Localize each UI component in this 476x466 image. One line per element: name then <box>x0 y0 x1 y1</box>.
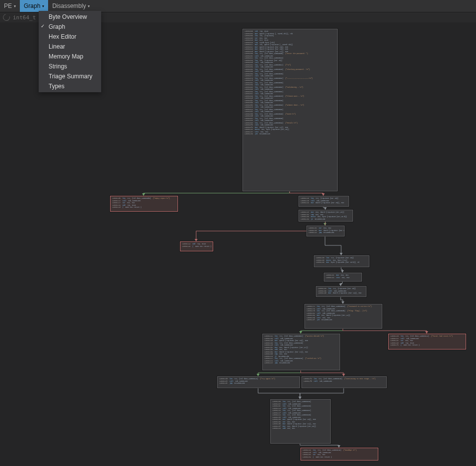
basic-block-code: 1400011f4 lea rcx, [rel data_140003134] … <box>302 377 386 383</box>
basic-block-code: 1400011e0 lea rcx, [rel data_140003114] … <box>389 334 466 348</box>
basic-block-n12[interactable]: 1400011d0 lea rcx, [rel data_140003124] … <box>217 376 300 388</box>
basic-block-n8[interactable]: 140001163 lea rcx, [rsp+0x20 {var_28}] 1… <box>316 286 366 297</box>
basic-block-n1[interactable]: 14000110b lea rcx, [rel data_1400030b0] … <box>110 196 178 212</box>
basic-block-code: 14000112e mov eax, dword [rsp+0x28 {var_… <box>299 210 353 221</box>
basic-block-n9[interactable]: 140001171 lea rcx, [rel data_1400030c0] … <box>304 304 382 329</box>
basic-block-code: 140001150 lea rcx, [rsp+0x20 {var_28}] 1… <box>314 256 369 265</box>
basic-block-code: 140001171 lea rcx, [rel data_1400030c0] … <box>305 304 382 322</box>
basic-block-n5[interactable]: 140001144 add rsp, 0x48 140001148 { Does… <box>180 241 213 251</box>
basic-block-n4[interactable]: 14000113c xor eax, eax 14000113e mov dwo… <box>306 226 345 236</box>
basic-block-code: 140001120 lea rcx, [rsp+0x20 {var_28}] 1… <box>299 196 349 205</box>
basic-block-n10[interactable]: 140001191 lea rcx, [rel data_1400030ec] … <box>262 334 340 370</box>
refresh-icon[interactable] <box>1 12 11 22</box>
view-menu-item-memory-map[interactable]: Memory Map <box>39 52 101 61</box>
basic-block-n15[interactable]: 140001246 lea rcx, [rel data_140003164] … <box>300 448 378 461</box>
view-menu-item-types[interactable]: Types <box>39 81 101 91</box>
basic-block-n13[interactable]: 1400011f4 lea rcx, [rel data_140003134] … <box>301 376 387 388</box>
basic-block-code: 140001144 add rsp, 0x48 140001148 { Does… <box>180 242 213 248</box>
tab-disassembly[interactable]: Disassembly ▾ <box>48 0 94 12</box>
basic-block-n11[interactable]: 1400011e0 lea rcx, [rel data_140003114] … <box>388 334 466 350</box>
basic-block-code: 1400011d0 lea rcx, [rel data_140003124] … <box>218 377 299 386</box>
view-menu-item-strings[interactable]: Strings <box>39 61 101 71</box>
tab-label: Graph <box>24 2 40 9</box>
basic-block-n14[interactable]: 140001200 lea rcx, [rel data_140003154] … <box>270 399 331 444</box>
basic-block-code: 14000110b lea rcx, [rel data_1400030b0] … <box>111 196 178 210</box>
function-signature[interactable]: int64_t <box>13 14 36 21</box>
basic-block-code: 140001246 lea rcx, [rel data_140003164] … <box>301 448 378 459</box>
view-dropdown: Byte OverviewGraphHex EditorLinearMemory… <box>39 11 101 92</box>
tab-graph[interactable]: Graph ▾ <box>20 0 48 12</box>
view-menu-item-hex-editor[interactable]: Hex Editor <box>39 32 101 42</box>
chevron-down-icon: ▾ <box>14 4 16 8</box>
basic-block-code: 14000113c xor eax, eax 14000113e mov dwo… <box>307 226 344 235</box>
view-menu-item-triage-summary[interactable]: Triage Summary <box>39 71 101 81</box>
basic-block-code: 140001163 lea rcx, [rsp+0x20 {var_28}] 1… <box>316 287 366 295</box>
basic-block-code: 14000115c mov eax, 0x1 140001161 test ea… <box>324 273 361 280</box>
basic-block-n6[interactable]: 140001150 lea rcx, [rsp+0x20 {var_28}] 1… <box>314 255 369 267</box>
basic-block-code: 140001000 sub rsp, 0x48 140001004 mov qw… <box>243 29 337 136</box>
chevron-down-icon: ▾ <box>88 4 90 8</box>
view-menu-item-linear[interactable]: Linear <box>39 42 101 52</box>
basic-block-n3[interactable]: 14000112e mov eax, dword [rsp+0x28 {var_… <box>298 210 353 222</box>
view-menu-item-byte-overview[interactable]: Byte Overview <box>39 12 101 22</box>
view-menu-item-graph[interactable]: Graph <box>39 22 101 32</box>
basic-block-n0[interactable]: 140001000 sub rsp, 0x48 140001004 mov qw… <box>242 29 338 191</box>
tab-pe[interactable]: PE ▾ <box>0 0 20 12</box>
basic-block-n7[interactable]: 14000115c mov eax, 0x1 140001161 test ea… <box>324 273 362 282</box>
chevron-down-icon: ▾ <box>42 4 44 8</box>
tab-label: Disassembly <box>52 2 86 9</box>
basic-block-n2[interactable]: 140001120 lea rcx, [rsp+0x20 {var_28}] 1… <box>298 196 349 207</box>
tab-label: PE <box>4 2 12 9</box>
basic-block-code: 140001191 lea rcx, [rel data_1400030ec] … <box>263 334 340 365</box>
basic-block-code: 140001200 lea rcx, [rel data_140003154] … <box>271 400 330 431</box>
